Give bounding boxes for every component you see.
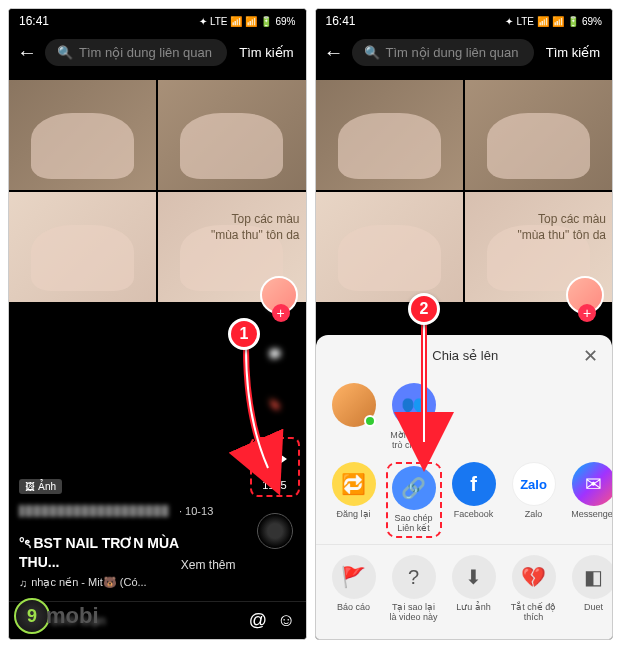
- duet-button[interactable]: ◧ Duet: [566, 555, 613, 623]
- marker-1: 1: [228, 318, 260, 350]
- search-icon: 🔍: [364, 45, 380, 60]
- share-row-friends: 👥 Mời bạn bè trò chuyện: [316, 377, 613, 457]
- why-video-button[interactable]: ? Tại sao lại là video này: [386, 555, 442, 623]
- share-sheet: Chia sẻ lên ✕ 👥 Mời bạn bè trò chuyện 🔁: [316, 335, 613, 639]
- arrow-2: [411, 324, 441, 458]
- friend-avatar[interactable]: [326, 383, 382, 451]
- marker-2: 2: [408, 293, 440, 325]
- post-date: · 10-13: [179, 505, 213, 517]
- see-more-button[interactable]: Xem thêm: [181, 558, 236, 572]
- top-bar: ← 🔍 Tìm nội dung liên quan Tìm kiếm: [316, 33, 613, 72]
- mention-icon[interactable]: @: [249, 610, 267, 631]
- status-bar: 16:41 ✦LTE📶📶🔋69%: [9, 9, 306, 33]
- back-icon[interactable]: ←: [17, 41, 37, 64]
- music-icon: ♫: [19, 577, 27, 589]
- follow-plus-icon[interactable]: +: [578, 304, 596, 322]
- nail-image-2: [158, 80, 305, 190]
- arrow-1: [236, 348, 286, 482]
- messenger-button[interactable]: ✉ Messenger: [566, 462, 613, 538]
- disable-like-button[interactable]: 💔 Tắt chế độ thích: [506, 555, 562, 623]
- back-icon[interactable]: ←: [324, 41, 344, 64]
- image-grid[interactable]: Top các màu "mùa thu" tôn da +: [316, 80, 613, 302]
- phone-left: 16:41 ✦LTE📶📶🔋69% ← 🔍 Tìm nội dung liên q…: [8, 8, 307, 640]
- top-bar: ← 🔍 Tìm nội dung liên quan Tìm kiếm: [9, 33, 306, 72]
- share-row-apps: 🔁 Đăng lại 🔗 Sao chép Liên kết f Faceboo…: [316, 456, 613, 544]
- nail-image-3: [9, 192, 156, 302]
- close-icon[interactable]: ✕: [583, 345, 598, 367]
- search-button[interactable]: Tìm kiếm: [542, 45, 604, 60]
- search-input[interactable]: 🔍 Tìm nội dung liên quan: [45, 39, 227, 66]
- report-button[interactable]: 🚩 Báo cáo: [326, 555, 382, 623]
- facebook-button[interactable]: f Facebook: [446, 462, 502, 538]
- phone-right: 16:41 ✦LTE📶📶🔋69% ← 🔍 Tìm nội dung liên q…: [315, 8, 614, 640]
- caption-area: °ৎ BST NAIL TRƠN MÙA THU... Xem thêm ♫ n…: [9, 525, 306, 599]
- share-row-actions: 🚩 Báo cáo ? Tại sao lại là video này ⬇ L…: [316, 544, 613, 629]
- music-row[interactable]: ♫ nhạc nền - Mit🐻 (Có...: [19, 576, 296, 589]
- watermark-text: mobi: [46, 603, 99, 629]
- zalo-button[interactable]: Zalo Zalo: [506, 462, 562, 538]
- search-button[interactable]: Tìm kiếm: [235, 45, 297, 60]
- follow-plus-icon[interactable]: +: [272, 304, 290, 322]
- emoji-icon[interactable]: ☺: [277, 610, 295, 631]
- nail-image-1: [9, 80, 156, 190]
- status-right: ✦LTE📶📶🔋69%: [199, 16, 296, 27]
- caption-line2: THU...: [19, 554, 59, 570]
- search-input[interactable]: 🔍 Tìm nội dung liên quan: [352, 39, 534, 66]
- image-badge: 🖼 Ảnh: [19, 479, 62, 494]
- search-placeholder: Tìm nội dung liên quan: [79, 45, 212, 60]
- sheet-title: Chia sẻ lên: [348, 348, 584, 363]
- watermark-badge: 9: [14, 598, 50, 634]
- image-icon: 🖼: [25, 481, 35, 492]
- username-blurred: [19, 505, 169, 517]
- overlay-text: Top các màu "mùa thu" tôn da: [211, 212, 300, 243]
- caption-line1: °ৎ BST NAIL TRƠN MÙA: [19, 535, 236, 552]
- copy-link-button[interactable]: 🔗 Sao chép Liên kết: [386, 462, 442, 538]
- save-image-button[interactable]: ⬇ Lưu ảnh: [446, 555, 502, 623]
- repost-button[interactable]: 🔁 Đăng lại: [326, 462, 382, 538]
- search-icon: 🔍: [57, 45, 73, 60]
- status-bar: 16:41 ✦LTE📶📶🔋69%: [316, 9, 613, 33]
- image-grid[interactable]: Top các màu "mùa thu" tôn da +: [9, 80, 306, 302]
- watermark: 9 mobi: [14, 598, 99, 634]
- status-time: 16:41: [19, 14, 49, 28]
